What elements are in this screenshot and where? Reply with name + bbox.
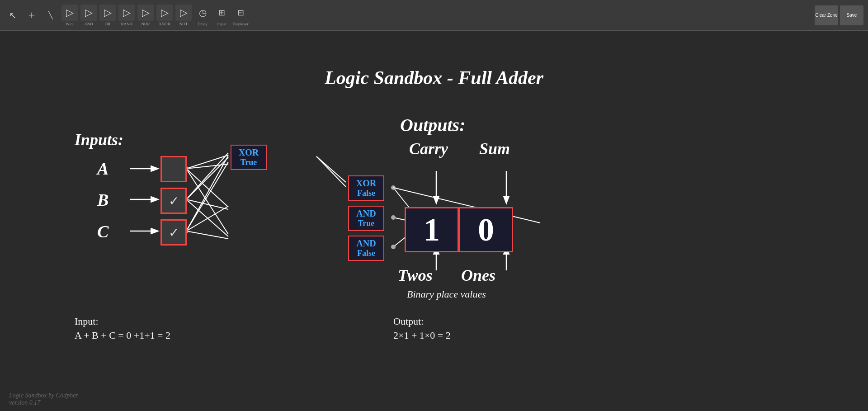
xor1-gate[interactable]: XOR True: [231, 145, 267, 170]
sum-digit: 0: [478, 211, 494, 249]
sum-output-box: 0: [459, 207, 513, 252]
toolbar: ↖ + ╲ ▷ Wire ▷ AND ▷ OR ▷ NAND ▷ NOR ▷ X…: [0, 0, 868, 31]
clear-zone-button[interactable]: Clear Zone: [815, 5, 838, 25]
output-formula-title: Output:: [393, 316, 451, 327]
cursor-tool[interactable]: ↖: [5, 7, 21, 24]
svg-line-18: [316, 156, 346, 182]
watermark: Logic Sandbox by Codpher version 0.17: [9, 392, 78, 406]
input-formula-text: A + B + C = 0 +1+1 = 2: [75, 330, 170, 341]
add-tool[interactable]: +: [24, 7, 40, 24]
output-formula-text: 2×1 + 1×0 = 2: [393, 330, 451, 341]
svg-line-19: [316, 156, 346, 187]
input-c-label: C: [97, 222, 108, 241]
svg-line-6: [186, 162, 228, 231]
svg-line-8: [186, 169, 228, 234]
carry-label: Carry: [409, 139, 448, 158]
svg-line-3: [186, 155, 228, 169]
input-b-checkmark: ✓: [169, 194, 179, 208]
and2-gate[interactable]: AND False: [348, 236, 384, 261]
svg-line-14: [186, 231, 228, 239]
xnor-gate[interactable]: ▷ XNOR: [156, 5, 173, 26]
xor2-gate[interactable]: XOR False: [348, 175, 384, 201]
input-b-box[interactable]: ✓: [160, 188, 187, 214]
input-a-label: A: [97, 159, 108, 179]
input-tool[interactable]: ⊞ Input: [213, 5, 230, 26]
svg-line-5: [186, 157, 228, 199]
svg-point-24: [391, 215, 396, 220]
save-button[interactable]: Save: [840, 5, 863, 25]
wire-gate[interactable]: ▷ Wire: [61, 5, 78, 26]
input-b-label: B: [97, 190, 108, 210]
svg-line-13: [186, 206, 228, 231]
sum-label: Sum: [479, 139, 510, 158]
svg-line-9: [186, 153, 228, 199]
or-gate[interactable]: ▷ OR: [99, 5, 116, 26]
nor-gate[interactable]: ▷ NOR: [137, 5, 154, 26]
outputs-label: Outputs:: [400, 114, 466, 136]
delay-tool[interactable]: ◷ Delay: [194, 5, 211, 26]
input-formula-label: Input: A + B + C = 0 +1+1 = 2: [75, 316, 170, 341]
watermark-line2: version 0.17: [9, 399, 78, 406]
input-c-checkmark: ✓: [169, 225, 179, 240]
binary-place-label: Binary place values: [407, 288, 486, 300]
not-gate[interactable]: ▷ NOT: [175, 5, 192, 26]
nand-gate[interactable]: ▷ NAND: [118, 5, 135, 26]
input-formula-title: Input:: [75, 316, 170, 327]
input-c-box[interactable]: ✓: [160, 219, 187, 246]
svg-point-25: [391, 245, 396, 249]
line-tool[interactable]: ╲: [42, 7, 59, 24]
inputs-label: Inputs:: [75, 130, 123, 149]
and1-gate[interactable]: AND True: [348, 206, 384, 231]
svg-line-11: [186, 199, 228, 236]
ones-label: Ones: [461, 266, 495, 285]
page-title: Logic Sandbox - Full Adder: [325, 67, 543, 89]
twos-label: Twos: [398, 266, 433, 285]
svg-line-4: [186, 164, 228, 169]
canvas: Logic Sandbox - Full Adder Inputs: A B ✓…: [0, 31, 868, 411]
carry-digit: 1: [424, 211, 440, 249]
carry-output-box: 1: [405, 207, 459, 252]
and-gate[interactable]: ▷ AND: [80, 5, 97, 26]
input-a-box[interactable]: [160, 156, 187, 182]
displayer-tool[interactable]: ⊟ Displayer: [232, 5, 249, 26]
toolbar-right-buttons: Clear Zone Save: [815, 5, 863, 25]
svg-point-23: [391, 185, 396, 190]
output-formula-label: Output: 2×1 + 1×0 = 2: [393, 316, 451, 341]
svg-line-7: [186, 169, 228, 207]
svg-line-10: [186, 199, 228, 209]
svg-line-12: [186, 156, 228, 231]
watermark-line1: Logic Sandbox by Codpher: [9, 392, 78, 399]
